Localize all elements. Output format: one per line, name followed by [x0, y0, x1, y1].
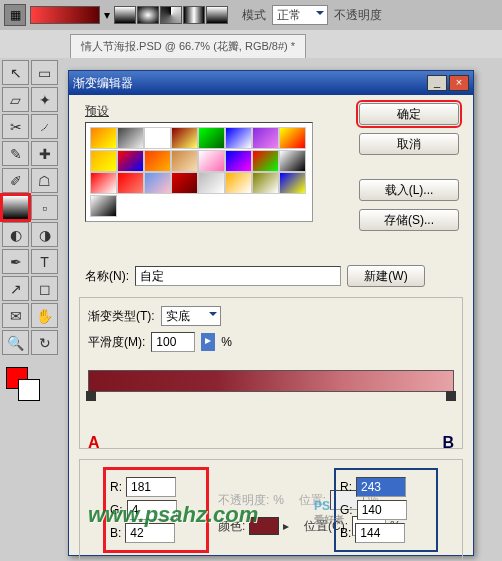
save-button[interactable]: 存储(S)... [359, 209, 459, 231]
radial-gradient-icon[interactable] [137, 6, 159, 24]
preset-swatch[interactable] [144, 172, 171, 194]
preset-swatch[interactable] [279, 150, 306, 172]
preset-swatch[interactable] [252, 150, 279, 172]
smoothness-input[interactable]: 100 [151, 332, 195, 352]
preset-swatch[interactable] [117, 172, 144, 194]
minimize-icon[interactable]: _ [427, 75, 447, 91]
preset-swatch[interactable] [225, 127, 252, 149]
preset-swatch[interactable] [90, 172, 117, 194]
preset-swatch[interactable] [117, 150, 144, 172]
stamp-tool-icon[interactable]: ☖ [31, 168, 58, 193]
close-icon[interactable]: × [449, 75, 469, 91]
preset-swatch[interactable] [252, 172, 279, 194]
gradient-bar[interactable] [88, 370, 454, 392]
angle-gradient-icon[interactable] [160, 6, 182, 24]
arrow-icon[interactable]: ▸ [283, 519, 289, 533]
preset-swatch[interactable] [198, 150, 225, 172]
dialog-titlebar[interactable]: 渐变编辑器 _ × [69, 71, 473, 95]
rgb-group-a: R:181 G:4 B:42 [106, 470, 206, 550]
rotate-tool-icon[interactable]: ↻ [31, 330, 58, 355]
eraser-tool-icon[interactable]: ▫ [31, 195, 58, 220]
gradient-settings-group: 渐变类型(T): 实底 平滑度(M): 100 ▸ % A B [79, 297, 463, 449]
wand-tool-icon[interactable]: ✦ [31, 87, 58, 112]
gradient-type-select[interactable]: 实底 [161, 306, 221, 326]
presets-label: 预设 [85, 103, 323, 120]
preset-swatch[interactable] [198, 127, 225, 149]
gradient-editor-dialog: 渐变编辑器 _ × 预设 确定 取消 载入(L)... 存储(S)... 名称(… [68, 70, 474, 556]
dodge-tool-icon[interactable]: ◑ [31, 222, 58, 247]
blend-mode-select[interactable]: 正常 [272, 5, 328, 25]
mode-label: 模式 [242, 7, 266, 24]
new-button[interactable]: 新建(W) [347, 265, 425, 287]
path-tool-icon[interactable]: ↗ [2, 276, 29, 301]
healing-tool-icon[interactable]: ✚ [31, 141, 58, 166]
preset-swatch[interactable] [225, 150, 252, 172]
b-input-b[interactable]: 144 [355, 523, 405, 543]
g-label: G: [340, 503, 353, 517]
name-input[interactable]: 自定 [135, 266, 341, 286]
zoom-tool-icon[interactable]: 🔍 [2, 330, 29, 355]
preset-swatch[interactable] [90, 195, 117, 217]
preset-swatch[interactable] [171, 172, 198, 194]
marker-a-label: A [88, 434, 100, 452]
preset-swatch[interactable] [252, 127, 279, 149]
eyedropper-tool-icon[interactable]: ✎ [2, 141, 29, 166]
dropdown-icon[interactable]: ▾ [104, 8, 110, 22]
type-tool-icon[interactable]: T [31, 249, 58, 274]
b-input-a[interactable]: 42 [125, 523, 175, 543]
brush-tool-icon[interactable]: ✐ [2, 168, 29, 193]
shape-tool-icon[interactable]: ◻ [31, 276, 58, 301]
slice-tool-icon[interactable]: ⟋ [31, 114, 58, 139]
diamond-gradient-icon[interactable] [206, 6, 228, 24]
g-label: G: [110, 503, 123, 517]
document-tab-bar: 情人节海报.PSD @ 66.7% (花瓣, RGB/8#) * [0, 30, 502, 58]
background-color[interactable] [18, 379, 40, 401]
preset-swatch[interactable] [198, 172, 225, 194]
preset-swatch[interactable] [117, 127, 144, 149]
g-input-b[interactable]: 140 [357, 500, 407, 520]
color-stop-b[interactable] [446, 391, 456, 401]
b-label: B: [340, 526, 351, 540]
cancel-button[interactable]: 取消 [359, 133, 459, 155]
load-button[interactable]: 载入(L)... [359, 179, 459, 201]
r-input-a[interactable]: 181 [126, 477, 176, 497]
preset-swatch[interactable] [171, 127, 198, 149]
pen-tool-icon[interactable]: ✒ [2, 249, 29, 274]
ok-button[interactable]: 确定 [359, 103, 459, 125]
arrow-right-icon[interactable]: ▸ [201, 333, 215, 351]
tool-indicator: ▦ [4, 4, 26, 26]
g-input-a[interactable]: 4 [127, 500, 177, 520]
preset-swatch[interactable] [279, 172, 306, 194]
presets-grid[interactable] [85, 122, 313, 222]
document-tab[interactable]: 情人节海报.PSD @ 66.7% (花瓣, RGB/8#) * [70, 34, 306, 58]
reflected-gradient-icon[interactable] [183, 6, 205, 24]
stop-pos-label: 位置: [299, 492, 326, 509]
preset-swatch[interactable] [144, 127, 171, 149]
preset-swatch[interactable] [90, 127, 117, 149]
marquee-tool-icon[interactable]: ▭ [31, 60, 58, 85]
preset-swatch[interactable] [171, 150, 198, 172]
color-swatch[interactable] [249, 517, 279, 535]
gradient-type-label: 渐变类型(T): [88, 308, 155, 325]
preset-swatch[interactable] [90, 150, 117, 172]
crop-tool-icon[interactable]: ✂ [2, 114, 29, 139]
opacity-label: 不透明度 [334, 7, 382, 24]
color-stop-a[interactable] [86, 391, 96, 401]
rgb-group-b: R:243 G:140 B:144 [336, 470, 436, 550]
linear-gradient-icon[interactable] [114, 6, 136, 24]
notes-tool-icon[interactable]: ✉ [2, 303, 29, 328]
tool-panel: ↖ ▭ ▱ ✦ ✂ ⟋ ✎ ✚ ✐ ☖ ▫ ◐ ◑ ✒ T ↗ ◻ ✉ ✋ 🔍 … [0, 58, 62, 403]
blur-tool-icon[interactable]: ◐ [2, 222, 29, 247]
preset-swatch[interactable] [279, 127, 306, 149]
gradient-style-group [114, 6, 228, 24]
move-tool-icon[interactable]: ↖ [2, 60, 29, 85]
smoothness-label: 平滑度(M): [88, 334, 145, 351]
hand-tool-icon[interactable]: ✋ [31, 303, 58, 328]
preset-swatch[interactable] [144, 150, 171, 172]
percent-label: % [221, 335, 232, 349]
gradient-swatch[interactable] [30, 6, 100, 24]
r-input-b[interactable]: 243 [356, 477, 406, 497]
preset-swatch[interactable] [225, 172, 252, 194]
lasso-tool-icon[interactable]: ▱ [2, 87, 29, 112]
gradient-tool-icon[interactable] [2, 195, 29, 220]
